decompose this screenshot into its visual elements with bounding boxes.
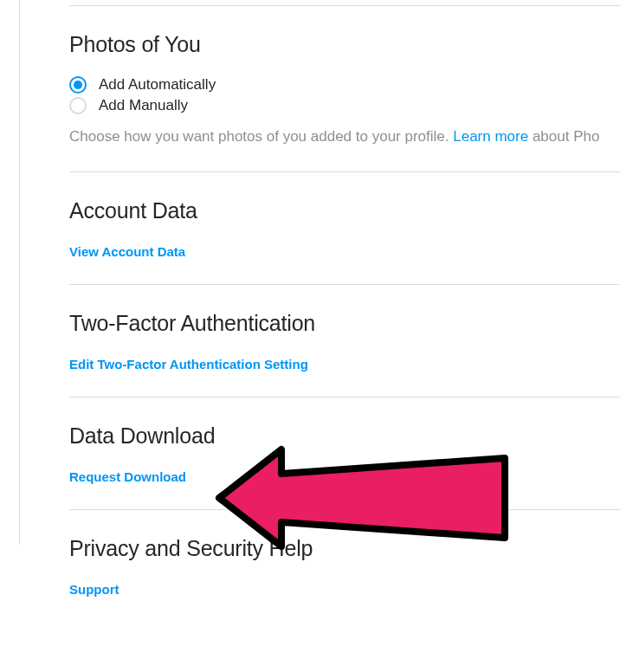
photos-of-you-radio-group: Add Automatically Add Manually — [69, 76, 620, 114]
section-two-factor: Two-Factor Authentication Edit Two-Facto… — [69, 284, 620, 397]
privacy-help-heading: Privacy and Security Help — [69, 536, 620, 561]
edit-two-factor-link[interactable]: Edit Two-Factor Authentication Setting — [69, 357, 308, 372]
learn-more-link[interactable]: Learn more — [453, 128, 528, 145]
help-text-suffix: about Pho — [528, 128, 599, 145]
two-factor-heading: Two-Factor Authentication — [69, 311, 620, 336]
section-data-download: Data Download Request Download — [69, 397, 620, 509]
radio-label: Add Manually — [99, 97, 188, 114]
section-privacy-help: Privacy and Security Help Support — [69, 509, 620, 622]
settings-content: Photos of You Add Automatically Add Manu… — [69, 0, 620, 622]
help-text-prefix: Choose how you want photos of you added … — [69, 128, 453, 145]
radio-icon — [69, 76, 87, 94]
photos-of-you-help: Choose how you want photos of you added … — [69, 126, 620, 147]
radio-add-manually[interactable]: Add Manually — [69, 97, 620, 114]
view-account-data-link[interactable]: View Account Data — [69, 244, 185, 259]
section-photos-of-you: Photos of You Add Automatically Add Manu… — [69, 5, 620, 171]
photos-of-you-heading: Photos of You — [69, 32, 620, 57]
sidebar-divider — [19, 0, 20, 545]
support-link[interactable]: Support — [69, 582, 119, 597]
radio-label: Add Automatically — [99, 76, 216, 94]
account-data-heading: Account Data — [69, 198, 620, 223]
section-account-data: Account Data View Account Data — [69, 171, 620, 284]
radio-add-automatically[interactable]: Add Automatically — [69, 76, 620, 94]
request-download-link[interactable]: Request Download — [69, 469, 186, 484]
data-download-heading: Data Download — [69, 423, 620, 449]
radio-icon — [69, 97, 87, 114]
